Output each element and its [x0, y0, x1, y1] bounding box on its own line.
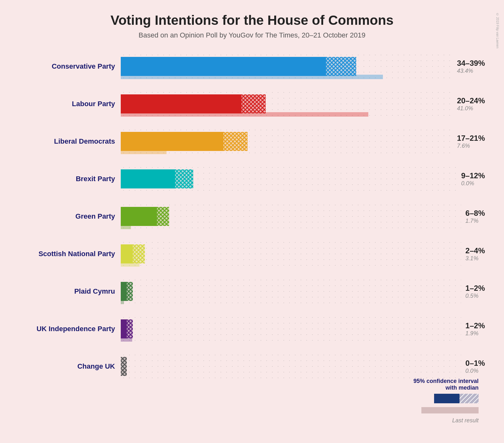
bar-range-6: 1–2%: [466, 284, 485, 293]
svg-rect-15: [175, 169, 193, 188]
chart-container: Voting Intentions for the House of Commo…: [0, 0, 504, 443]
bar-last-label-7: 1.9%: [466, 330, 485, 337]
bar-solid-2: [121, 132, 223, 151]
svg-rect-3: [326, 57, 356, 76]
legend-last-bar: [421, 407, 479, 413]
bar-row: Green Party6–8%1.7%: [19, 202, 485, 231]
bar-label-1: 20–24%41.0%: [457, 96, 485, 112]
bar-main-4: [121, 207, 169, 226]
bar-label-2: 17–21%7.6%: [457, 134, 485, 149]
chart-title: Voting Intentions for the House of Commo…: [19, 13, 485, 28]
bar-range-3: 9–12%: [461, 171, 485, 180]
bar-wrapper-0: [121, 52, 453, 81]
bar-row: Plaid Cymru1–2%0.5%: [19, 277, 485, 306]
bar-range-7: 1–2%: [466, 321, 485, 330]
bar-wrapper-8: [121, 352, 461, 381]
bar-range-4: 6–8%: [466, 209, 485, 218]
bar-last-label-2: 7.6%: [457, 143, 485, 149]
svg-rect-19: [157, 207, 169, 226]
bar-last-1: [121, 112, 368, 117]
bar-last-0: [121, 75, 383, 79]
bar-last-2: [121, 150, 167, 154]
svg-rect-38: [460, 394, 479, 403]
bar-label-7: 1–2%1.9%: [466, 321, 485, 337]
bar-wrapper-4: [121, 202, 461, 231]
svg-rect-11: [223, 132, 248, 151]
bar-hatched-1: [242, 94, 266, 113]
svg-rect-31: [127, 319, 133, 338]
bar-range-2: 17–21%: [457, 134, 485, 143]
party-label-3: Brexit Party: [19, 175, 121, 183]
bar-wrapper-3: [121, 165, 457, 193]
watermark: © 2019 Filip van Laenen: [496, 13, 499, 48]
bar-label-3: 9–12%0.0%: [461, 171, 485, 187]
bar-hatched-5: [133, 244, 145, 263]
bar-main-6: [121, 282, 133, 301]
bar-hatched-0: [326, 57, 356, 76]
party-label-1: Labour Party: [19, 100, 121, 108]
bar-solid-7: [121, 319, 127, 338]
bar-main-7: [121, 319, 133, 338]
bar-range-5: 2–4%: [466, 246, 485, 255]
legend: 95% confidence intervalwith median Last …: [413, 378, 479, 424]
bar-last-5: [121, 262, 140, 267]
bar-label-4: 6–8%1.7%: [466, 209, 485, 224]
legend-last-label: Last result: [452, 417, 479, 424]
bar-last-label-5: 3.1%: [466, 255, 485, 262]
bar-row: Scottish National Party2–4%3.1%: [19, 240, 485, 268]
svg-rect-35: [121, 357, 127, 376]
bar-last-label-1: 41.0%: [457, 105, 485, 112]
bar-main-1: [121, 94, 266, 113]
bar-range-0: 34–39%: [457, 59, 485, 68]
bar-wrapper-5: [121, 240, 461, 268]
svg-rect-7: [242, 94, 266, 113]
bar-label-8: 0–1%0.0%: [466, 359, 485, 374]
party-label-5: Scottish National Party: [19, 250, 121, 258]
bar-row: Labour Party20–24%41.0%: [19, 90, 485, 118]
bar-solid-4: [121, 207, 157, 226]
bar-range-8: 0–1%: [466, 359, 485, 368]
bar-row: Conservative Party34–39%43.4%: [19, 52, 485, 81]
bar-solid-5: [121, 244, 133, 263]
bar-label-5: 2–4%3.1%: [466, 246, 485, 262]
legend-ci-title: 95% confidence intervalwith median: [413, 378, 479, 391]
bar-last-6: [121, 300, 124, 304]
bar-hatched-6: [127, 282, 133, 301]
bar-wrapper-2: [121, 127, 453, 156]
party-label-6: Plaid Cymru: [19, 287, 121, 296]
svg-rect-23: [133, 244, 145, 263]
bar-last-label-0: 43.4%: [457, 68, 485, 74]
bar-main-8: [121, 357, 127, 376]
legend-bar: [434, 394, 479, 403]
bars-area: Conservative Party34–39%43.4%Labour Part…: [19, 52, 485, 390]
bar-range-1: 20–24%: [457, 96, 485, 105]
bar-last-label-6: 0.5%: [466, 293, 485, 299]
party-label-0: Conservative Party: [19, 62, 121, 71]
legend-hatch: [460, 394, 479, 403]
bar-wrapper-6: [121, 277, 461, 306]
bar-last-label-3: 0.0%: [461, 180, 485, 187]
bar-main-3: [121, 169, 193, 188]
bar-hatched-8: [121, 357, 127, 376]
bar-hatched-3: [175, 169, 193, 188]
bar-row: UK Independence Party1–2%1.9%: [19, 315, 485, 343]
legend-solid: [434, 394, 460, 403]
bar-row: Liberal Democrats17–21%7.6%: [19, 127, 485, 156]
bar-solid-1: [121, 94, 242, 113]
bar-last-7: [121, 337, 132, 342]
bar-wrapper-7: [121, 315, 461, 343]
bar-label-0: 34–39%43.4%: [457, 59, 485, 74]
bar-row: Change UK0–1%0.0%: [19, 352, 485, 381]
bar-main-5: [121, 244, 145, 263]
bar-last-4: [121, 225, 131, 229]
bar-hatched-4: [157, 207, 169, 226]
bar-main-2: [121, 132, 248, 151]
svg-rect-27: [127, 282, 133, 301]
bar-solid-6: [121, 282, 127, 301]
bar-solid-3: [121, 169, 175, 188]
bar-row: Brexit Party9–12%0.0%: [19, 165, 485, 193]
bar-last-label-4: 1.7%: [466, 218, 485, 224]
bar-label-6: 1–2%0.5%: [466, 284, 485, 299]
party-label-4: Green Party: [19, 212, 121, 221]
bar-main-0: [121, 57, 356, 76]
